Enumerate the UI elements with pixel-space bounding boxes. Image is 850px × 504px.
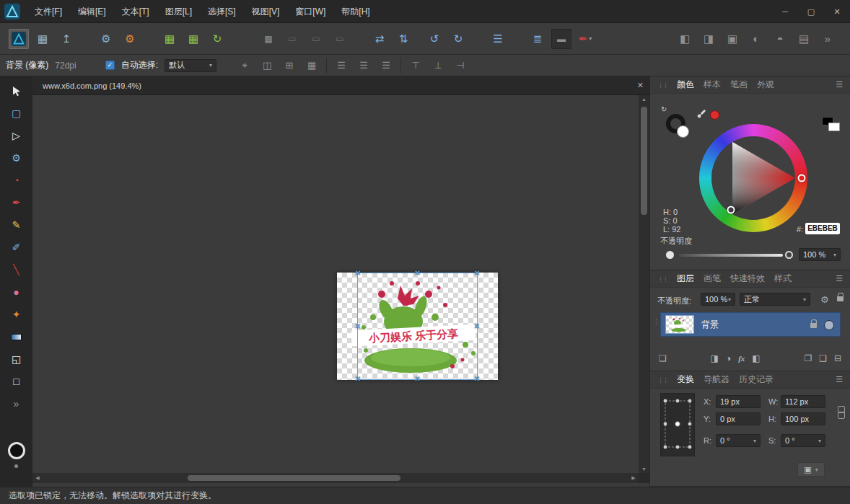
hsl-triangle[interactable]: [699, 124, 807, 232]
horizontal-scrollbar[interactable]: ◀ ▶: [32, 473, 639, 483]
menu-view[interactable]: 视图[V]: [244, 0, 288, 23]
crop-tool-button[interactable]: ◱: [7, 350, 26, 368]
opacity-slider-end[interactable]: [785, 251, 793, 259]
menu-layer[interactable]: 图层[L]: [157, 0, 200, 23]
rotate-ccw-button[interactable]: ↺: [424, 29, 444, 49]
flip-vertical-button[interactable]: ⇅: [393, 29, 413, 49]
h-input[interactable]: 100 px: [781, 412, 825, 425]
anchor-point-selector[interactable]: [660, 393, 695, 456]
opacity-dropdown[interactable]: 100 % ▾: [799, 248, 841, 261]
toolbar-toggle-c[interactable]: ▭: [330, 29, 350, 49]
panel-grip-icon[interactable]: ⋮⋮: [657, 376, 667, 384]
order-forward-button[interactable]: ▣: [722, 29, 742, 49]
align-middle-button[interactable]: ⊥: [430, 60, 446, 71]
scroll-right-icon[interactable]: ▶: [628, 473, 639, 483]
opacity-slider[interactable]: [679, 254, 783, 257]
color-wheel[interactable]: [699, 124, 807, 232]
group-button[interactable]: ◓: [770, 29, 790, 49]
fill-layer-icon[interactable]: ◧: [752, 353, 760, 363]
pen-tool-button[interactable]: ✒: [7, 194, 26, 211]
menu-text[interactable]: 文本[T]: [114, 0, 157, 23]
adjustment-layer-icon[interactable]: ◑: [726, 353, 731, 363]
close-document-icon[interactable]: ✕: [637, 81, 644, 90]
show-grid-toggle[interactable]: ▦: [258, 29, 279, 49]
layer-locked-icon[interactable]: [810, 323, 817, 328]
paint-brush-tool-button[interactable]: ✦: [7, 306, 26, 323]
link-dimensions-icon[interactable]: [837, 406, 845, 418]
white-swatch[interactable]: [828, 123, 840, 131]
tab-layers[interactable]: 图层: [677, 273, 694, 285]
node-tool-button[interactable]: ▷: [7, 127, 26, 144]
tab-history[interactable]: 历史记录: [739, 373, 774, 386]
vector-brush-tool-button[interactable]: ✐: [7, 239, 26, 256]
menu-edit[interactable]: 编辑[E]: [70, 0, 114, 23]
hue-marker[interactable]: [798, 174, 806, 182]
swap-colors-icon[interactable]: ↻: [661, 105, 667, 113]
layer-opacity-dropdown[interactable]: 100 % ▾: [701, 293, 735, 306]
insert-behind-button[interactable]: ▬: [551, 29, 571, 49]
panel-menu-icon[interactable]: ☰: [836, 375, 843, 384]
rotate-cw-button[interactable]: ↻: [448, 29, 468, 49]
pixel-persona-button[interactable]: ▦: [32, 29, 53, 49]
move-tool-button[interactable]: [7, 82, 26, 100]
pencil-tool-button[interactable]: ✎: [7, 216, 26, 234]
blend-mode-dropdown[interactable]: 正常 ▾: [740, 293, 810, 306]
export-persona-button[interactable]: ↥: [56, 29, 76, 49]
tab-transform[interactable]: 变换: [677, 373, 694, 386]
tab-swatches[interactable]: 样本: [704, 79, 721, 91]
eyedropper-sample-swatch[interactable]: [710, 110, 719, 120]
mask-layer-icon[interactable]: ◨: [711, 353, 719, 363]
vertical-scrollbar[interactable]: ▲ ▼: [639, 95, 649, 473]
opacity-slider-knob[interactable]: [666, 251, 674, 259]
corner-tool-button[interactable]: ◔: [7, 172, 26, 189]
shape-tool-button[interactable]: □: [7, 373, 26, 390]
scroll-up-icon[interactable]: ▲: [639, 97, 649, 102]
saturation-marker[interactable]: [727, 206, 735, 214]
vertical-scroll-thumb[interactable]: [641, 107, 647, 215]
delete-layer-icon[interactable]: ⊟: [834, 353, 841, 363]
tab-color[interactable]: 颜色: [677, 79, 694, 91]
cycle-selection-box-button[interactable]: ◫: [259, 60, 275, 71]
duplicate-layer-icon[interactable]: ❏: [659, 353, 667, 363]
flip-horizontal-button[interactable]: ⇄: [369, 29, 390, 49]
grid-snap-toggle[interactable]: ▦: [159, 29, 180, 49]
layer-visibility-toggle[interactable]: [824, 320, 834, 330]
close-button[interactable]: ✕: [824, 0, 850, 23]
gradient-tool-button[interactable]: [7, 328, 26, 345]
snapping-toggle[interactable]: ≣: [527, 29, 548, 49]
layer-thumbnail[interactable]: [665, 315, 694, 334]
document-canvas[interactable]: 小刀娱乐 乐于分享: [337, 273, 498, 380]
rotation-dropdown[interactable]: 0 ° ▾: [716, 434, 761, 447]
more-tools-button[interactable]: »: [7, 395, 26, 412]
order-front-button[interactable]: ◐: [746, 29, 766, 49]
minimize-button[interactable]: ─: [772, 0, 798, 23]
align-top-button[interactable]: ⊤: [408, 60, 424, 71]
horizontal-scroll-thumb[interactable]: [188, 475, 400, 481]
designer-persona-button[interactable]: [9, 29, 29, 49]
ungroup-button[interactable]: ▤: [794, 29, 814, 49]
tab-navigator[interactable]: 导航器: [704, 373, 729, 386]
align-right-button[interactable]: ☰: [378, 60, 394, 71]
snap-settings-button[interactable]: ⚙: [96, 29, 116, 49]
align-center-button[interactable]: ☰: [356, 60, 372, 71]
lock-layer-icon[interactable]: [837, 296, 844, 301]
pixel-snap-toggle[interactable]: ▦: [183, 29, 203, 49]
artboard-tool-button[interactable]: ▢: [7, 105, 26, 122]
scroll-down-icon[interactable]: ▼: [639, 467, 649, 472]
fill-color-well[interactable]: [677, 125, 689, 138]
eyedropper-icon[interactable]: [696, 108, 707, 120]
panel-grip-icon[interactable]: ⋮⋮: [657, 275, 667, 283]
tab-effects[interactable]: 快速特效: [730, 273, 765, 285]
alignment-button[interactable]: ☰: [488, 29, 508, 49]
align-left-button[interactable]: ☰: [333, 60, 349, 71]
transform-mode-button[interactable]: ▣ ▾: [797, 462, 825, 477]
layer-effects-icon[interactable]: fx: [738, 354, 745, 363]
align-bottom-button[interactable]: ⊣: [452, 60, 468, 71]
transform-origin-button[interactable]: ⌖: [237, 60, 253, 71]
w-input[interactable]: 112 px: [781, 395, 825, 408]
point-transform-tool-button[interactable]: ⚙: [7, 149, 26, 167]
new-pixel-layer-icon[interactable]: ❑: [819, 353, 827, 363]
order-backward-button[interactable]: ◨: [698, 29, 719, 49]
document-tab[interactable]: www.x6d.com.png (149.4%): [32, 81, 152, 90]
toolbar-overflow-button[interactable]: »: [818, 29, 838, 49]
